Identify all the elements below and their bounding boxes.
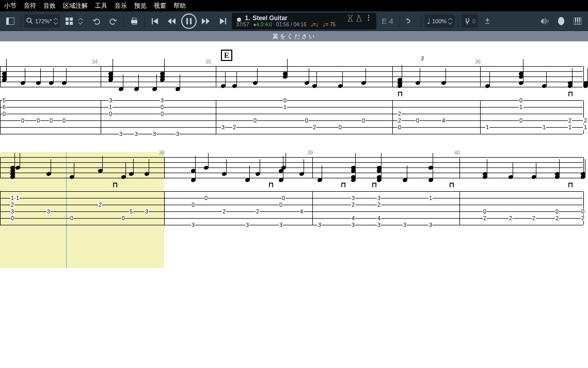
tab-fret[interactable]: 0 (305, 118, 309, 124)
tab-fret[interactable]: 4 (351, 216, 355, 221)
tab-fret[interactable]: 0 (253, 118, 257, 124)
tab-fret[interactable]: 2 (555, 216, 559, 221)
tab-fret[interactable]: 1 (283, 104, 287, 110)
tab-fret[interactable]: 0 (2, 111, 6, 117)
tab-fret[interactable]: 3 (428, 222, 433, 228)
tab-fret[interactable]: 2 (398, 118, 402, 124)
tab-fret[interactable]: 2 (532, 216, 536, 221)
tab-fret[interactable]: 3 (245, 222, 249, 228)
tab-fret[interactable]: 0 (191, 202, 195, 208)
tab-fret[interactable]: 3 (377, 195, 381, 201)
tab-fret[interactable]: 2 (10, 202, 14, 208)
tab-fret[interactable]: 2 (312, 125, 316, 130)
tab-fret[interactable]: 0 (416, 118, 420, 124)
more-icon[interactable]: ⋮ (365, 15, 372, 22)
tab-fret[interactable]: 1 (485, 125, 489, 130)
tab-fret[interactable]: 0 (361, 118, 365, 124)
tab-fret[interactable]: 0 (160, 111, 164, 117)
tab-fret[interactable]: 1 (542, 125, 546, 130)
tab-fret[interactable]: 1 (568, 125, 572, 130)
tab-fret[interactable]: 3 (134, 131, 138, 137)
tab-fret[interactable]: 2 (222, 209, 226, 214)
tab-fret[interactable]: 0 (36, 118, 40, 124)
tab-fret[interactable]: 1 (428, 195, 433, 201)
tab-fret[interactable]: 3 (221, 125, 225, 130)
undo-button[interactable] (89, 14, 104, 28)
tab-fret[interactable]: 0 (62, 118, 66, 124)
menu-bar-item[interactable]: 音乐 (115, 2, 127, 10)
play-pause-button[interactable] (181, 13, 197, 29)
tab-fret[interactable]: 2 (568, 118, 572, 124)
tab-fret[interactable]: 3 (191, 222, 195, 228)
stepper-icon[interactable] (78, 18, 83, 25)
redo-button[interactable] (106, 14, 120, 28)
tab-fret[interactable]: 0 (160, 104, 164, 110)
tab-fret[interactable]: 0 (70, 216, 74, 221)
tab-fret[interactable]: 0 (108, 111, 113, 117)
tab-fret[interactable]: 2 (351, 202, 355, 208)
tab-fret[interactable]: 3 (377, 222, 381, 228)
zoom-control[interactable]: 172%* (24, 14, 60, 28)
tab-fret[interactable]: 5 (2, 98, 6, 103)
menu-bar-item[interactable]: 音效 (43, 2, 56, 10)
tab-fret[interactable]: 2 (98, 202, 102, 208)
tab-fret[interactable]: 0 (283, 98, 287, 103)
menu-bar-item[interactable]: 音符 (24, 2, 36, 10)
skip-end-button[interactable] (215, 14, 230, 28)
tempo-control[interactable]: ♩ 100% (424, 14, 455, 28)
tab-fret[interactable]: 5 (129, 209, 133, 214)
tab-fret[interactable]: 3 (10, 209, 14, 214)
tab-fret[interactable]: 3 (152, 131, 156, 137)
score-area[interactable]: E 34 35 36 3 560000031033330033200102002… (0, 41, 588, 368)
tab-fret[interactable]: 3 (145, 209, 149, 214)
tab-fret[interactable]: 3 (176, 131, 180, 137)
tab-fret[interactable]: 0 (21, 118, 25, 124)
tab-fret[interactable]: 1 (519, 104, 523, 110)
keyboard-button[interactable] (570, 14, 585, 28)
stepper-icon[interactable] (54, 18, 58, 25)
tab-fret[interactable]: 3 (403, 222, 407, 228)
tablature-staff[interactable]: 5600000310333300332001020022004101012121… (0, 100, 588, 136)
tab-fret[interactable]: 1 (10, 195, 14, 201)
menu-bar-item[interactable]: 小节 (4, 2, 17, 10)
tab-fret[interactable]: 3 (108, 98, 113, 103)
tab-fret[interactable]: 3 (279, 222, 283, 228)
tab-fret[interactable]: 3 (351, 195, 355, 201)
menu-bar-item[interactable]: 帮助 (173, 2, 186, 10)
tab-fret[interactable]: 2 (256, 209, 260, 214)
tab-fret[interactable]: 3 (46, 209, 51, 214)
tab-fret[interactable]: 0 (398, 125, 402, 130)
tab-fret[interactable]: 0 (10, 216, 14, 221)
tab-fret[interactable]: 0 (204, 195, 208, 201)
tab-fret[interactable]: 3 (351, 222, 355, 228)
tab-fret[interactable]: 0 (338, 125, 342, 130)
tab-fret[interactable]: 2 (483, 216, 487, 221)
menu-bar-item[interactable]: 工具 (95, 2, 107, 10)
tab-fret[interactable]: 4 (377, 216, 381, 221)
notation-staff[interactable]: 34 35 36 3 (0, 66, 588, 92)
tab-fret[interactable]: 0 (519, 118, 523, 124)
tab-fret[interactable]: 0 (555, 209, 559, 214)
skip-start-button[interactable] (148, 14, 163, 28)
tab-fret[interactable]: 2 (581, 216, 585, 221)
tab-fret[interactable]: 2 (583, 118, 587, 124)
loop-button[interactable] (403, 14, 418, 28)
sound-icon[interactable] (537, 14, 552, 28)
tab-fret[interactable]: 4 (299, 209, 304, 214)
tab-fret[interactable]: 1 (108, 104, 113, 110)
tab-fret[interactable]: 1 (15, 195, 20, 201)
tablature-staff[interactable]: 1123030205300323200343324332433130222020… (0, 191, 588, 227)
tab-fret[interactable]: 0 (483, 209, 487, 214)
tab-fret[interactable]: 2 (398, 111, 402, 117)
menu-bar-item[interactable]: 区域注解 (63, 2, 88, 10)
grid-view-button[interactable] (62, 14, 76, 28)
rewind-button[interactable] (165, 14, 179, 28)
notation-staff[interactable]: 38 39 40 (0, 157, 588, 183)
tab-fret[interactable]: 2 (508, 216, 513, 221)
tab-fret[interactable]: 1 (583, 125, 587, 130)
tab-fret[interactable]: 2 (232, 125, 236, 130)
tab-fret[interactable]: 0 (279, 202, 283, 208)
tab-fret[interactable]: 2 (377, 202, 381, 208)
tab-fret[interactable]: 3 (160, 98, 164, 103)
tab-fret[interactable]: 0 (121, 216, 125, 221)
